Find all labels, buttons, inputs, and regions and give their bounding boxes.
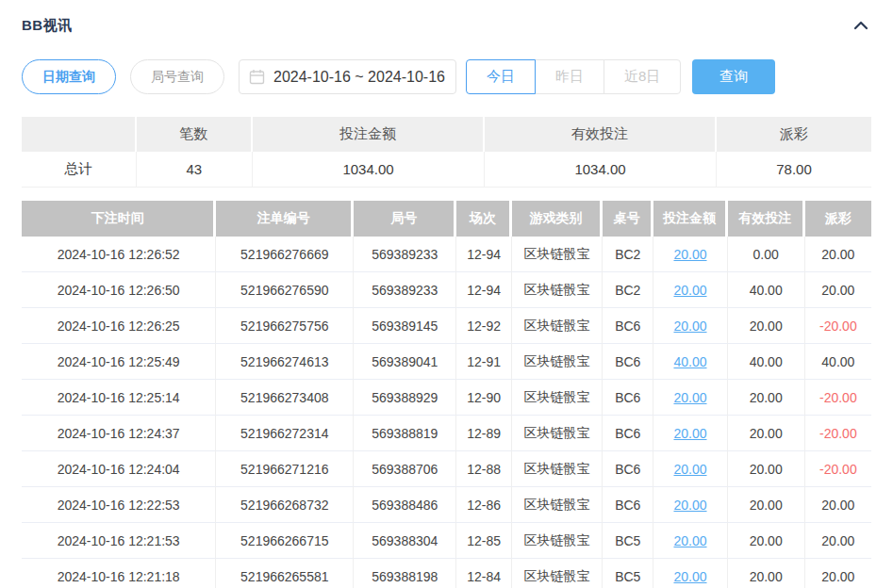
bet-amount-cell: 20.00 [653,559,727,588]
session-cell: 12-94 [456,237,512,272]
bet-time-cell: 2024-10-16 12:22:53 [22,487,216,523]
bet-amount-cell: 20.00 [653,237,727,272]
panel-header: BB视讯 [22,13,871,38]
valid-bet-cell: 20.00 [728,416,805,451]
col-session: 场次 [456,201,512,237]
payout-cell: 20.00 [805,559,871,588]
date-range-input[interactable]: 2024-10-16 ~ 2024-10-16 [239,59,456,94]
tab-round-query[interactable]: 局号查询 [130,59,224,94]
summary-header-valid-bet: 有效投注 [485,117,717,152]
bet-amount-link[interactable]: 20.00 [673,569,706,584]
round-number-cell: 569388486 [354,487,456,523]
valid-bet-cell: 20.00 [728,487,805,523]
quick-range-yesterday[interactable]: 昨日 [535,59,604,94]
game-type-cell: 区块链骰宝 [512,523,603,559]
page-title: BB视讯 [22,17,73,35]
col-payout: 派彩 [805,201,871,237]
calendar-icon [249,69,265,85]
table-number-cell: BC6 [603,487,653,523]
bet-amount-link[interactable]: 40.00 [673,354,706,369]
round-number-cell: 569388819 [354,416,456,451]
order-number-cell: 521966265581 [216,559,354,588]
chevron-up-icon [852,21,869,35]
table-row: 2024-10-16 12:25:49 521966274613 5693890… [22,344,871,380]
bet-amount-link[interactable]: 20.00 [673,498,706,513]
tab-date-query[interactable]: 日期查询 [22,59,116,94]
game-type-cell: 区块链骰宝 [512,308,603,344]
bet-amount-cell: 20.00 [653,308,727,344]
valid-bet-cell: 20.00 [728,380,805,416]
payout-cell: -20.00 [805,451,871,487]
summary-table: 笔数 投注金额 有效投注 派彩 总计 43 1034.00 1034.00 78… [22,117,871,188]
bet-amount-link[interactable]: 20.00 [673,247,706,262]
session-cell: 12-89 [456,416,512,451]
quick-range-today[interactable]: 今日 [466,59,536,94]
collapse-button[interactable] [851,17,871,34]
session-cell: 12-84 [456,559,512,588]
bet-time-cell: 2024-10-16 12:24:37 [22,416,216,451]
panel: BB视讯 日期查询 局号查询 2024-10-16 ~ 2024-10-16 今… [0,0,893,588]
summary-total-row: 总计 43 1034.00 1034.00 78.00 [22,152,871,188]
col-table-number: 桌号 [603,201,653,237]
valid-bet-cell: 20.00 [728,308,805,344]
bet-amount-cell: 20.00 [653,487,727,523]
col-bet-amount: 投注金额 [653,201,727,237]
round-number-cell: 569389145 [354,308,456,344]
bet-amount-link[interactable]: 20.00 [673,390,706,405]
game-type-cell: 区块链骰宝 [512,416,603,451]
table-number-cell: BC2 [603,272,653,308]
bet-amount-link[interactable]: 20.00 [673,426,706,441]
valid-bet-cell: 20.00 [728,559,805,588]
round-number-cell: 569388304 [354,523,456,559]
payout-cell: 40.00 [805,344,871,380]
bet-amount-link[interactable]: 20.00 [673,533,706,548]
bet-amount-cell: 40.00 [653,344,727,380]
bet-amount-link[interactable]: 20.00 [673,318,706,334]
valid-bet-cell: 40.00 [728,344,805,380]
table-number-cell: BC6 [603,308,653,344]
summary-header-bet-amount: 投注金额 [253,117,485,152]
col-order-number: 注单编号 [216,201,354,237]
session-cell: 12-86 [456,487,512,523]
round-number-cell: 569388706 [354,451,456,487]
order-number-cell: 521966275756 [216,308,354,344]
bet-time-cell: 2024-10-16 12:26:25 [22,308,216,344]
bet-time-cell: 2024-10-16 12:21:18 [22,559,216,588]
bet-amount-link[interactable]: 20.00 [673,462,706,477]
round-number-cell: 569388929 [354,380,456,416]
table-number-cell: BC6 [603,416,653,451]
bet-records-table: 下注时间 注单编号 局号 场次 游戏类别 桌号 投注金额 有效投注 派彩 202… [22,201,871,588]
valid-bet-cell: 0.00 [728,237,805,272]
order-number-cell: 521966273408 [216,380,354,416]
valid-bet-cell: 20.00 [728,451,805,487]
order-number-cell: 521966274613 [216,344,354,380]
bet-time-cell: 2024-10-16 12:21:53 [22,523,216,559]
bet-table-header-row: 下注时间 注单编号 局号 场次 游戏类别 桌号 投注金额 有效投注 派彩 [22,201,871,237]
table-row: 2024-10-16 12:22:53 521966268732 5693884… [22,487,871,523]
order-number-cell: 521966276590 [216,272,354,308]
col-valid-bet: 有效投注 [728,201,805,237]
bet-amount-cell: 20.00 [653,451,727,487]
order-number-cell: 521966266715 [216,523,354,559]
session-cell: 12-94 [456,272,512,308]
game-type-cell: 区块链骰宝 [512,559,603,588]
bet-amount-cell: 20.00 [653,380,727,416]
table-row: 2024-10-16 12:21:53 521966266715 5693883… [22,523,871,559]
bet-amount-link[interactable]: 20.00 [673,283,706,298]
summary-valid-bet-value: 1034.00 [485,152,717,188]
bet-amount-cell: 20.00 [653,523,727,559]
game-type-cell: 区块链骰宝 [512,380,603,416]
payout-cell: 20.00 [805,487,871,523]
round-number-cell: 569388198 [354,559,456,588]
table-row: 2024-10-16 12:24:04 521966271216 5693887… [22,451,871,487]
quick-range-last8days[interactable]: 近8日 [604,59,681,94]
search-button[interactable]: 查询 [692,59,775,94]
table-row: 2024-10-16 12:26:50 521966276590 5693892… [22,272,871,308]
bet-time-cell: 2024-10-16 12:26:52 [22,237,216,272]
col-game-type: 游戏类别 [512,201,603,237]
table-number-cell: BC2 [603,237,653,272]
bet-table-body: 2024-10-16 12:26:52 521966276669 5693892… [22,237,871,588]
table-number-cell: BC5 [603,523,653,559]
bet-time-cell: 2024-10-16 12:25:14 [22,380,216,416]
table-row: 2024-10-16 12:26:25 521966275756 5693891… [22,308,871,344]
